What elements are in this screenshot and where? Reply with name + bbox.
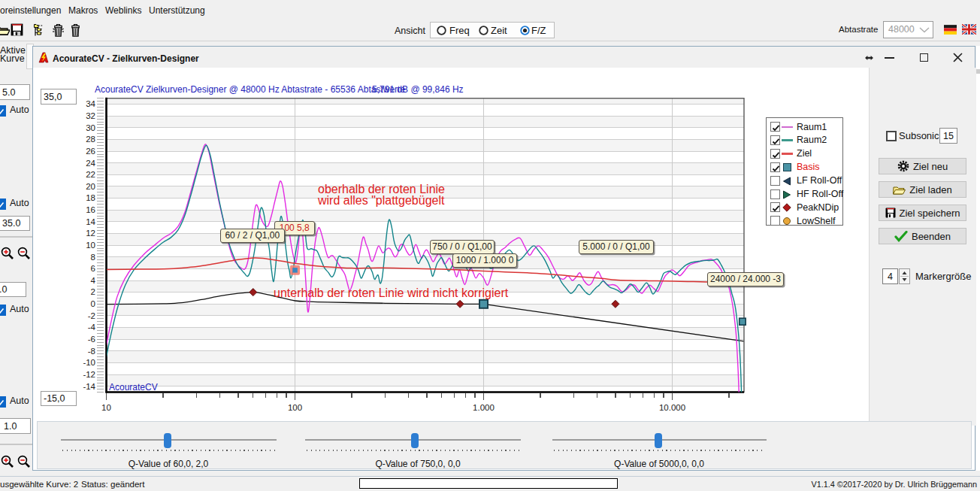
svg-text:100: 100 (288, 403, 302, 412)
svg-text:20: 20 (86, 182, 95, 191)
svg-text:30: 30 (86, 123, 95, 132)
svg-text:26: 26 (86, 147, 95, 156)
svg-text:8: 8 (91, 253, 95, 262)
svg-text:-4: -4 (88, 323, 96, 332)
svg-text:16: 16 (86, 205, 95, 214)
svg-text:-6: -6 (88, 335, 95, 344)
svg-text:4: 4 (91, 276, 96, 285)
svg-text:-2: -2 (88, 311, 95, 320)
svg-text:24: 24 (86, 159, 95, 168)
svg-text:22: 22 (86, 170, 95, 179)
svg-text:10: 10 (86, 241, 95, 250)
svg-text:10: 10 (101, 403, 111, 412)
svg-text:34: 34 (86, 99, 95, 108)
svg-text:12: 12 (86, 229, 95, 238)
svg-text:2: 2 (91, 287, 95, 296)
svg-text:14: 14 (86, 217, 95, 226)
svg-text:-10: -10 (83, 358, 95, 367)
svg-text:-8: -8 (88, 347, 95, 356)
svg-text:1.000: 1.000 (473, 403, 495, 412)
svg-text:10.000: 10.000 (659, 403, 685, 412)
svg-text:-12: -12 (83, 370, 95, 379)
svg-text:28: 28 (86, 135, 95, 144)
svg-text:18: 18 (86, 193, 95, 202)
svg-text:6: 6 (91, 264, 95, 273)
svg-text:0: 0 (91, 299, 95, 308)
svg-text:32: 32 (86, 111, 95, 120)
svg-text:-14: -14 (83, 382, 95, 391)
